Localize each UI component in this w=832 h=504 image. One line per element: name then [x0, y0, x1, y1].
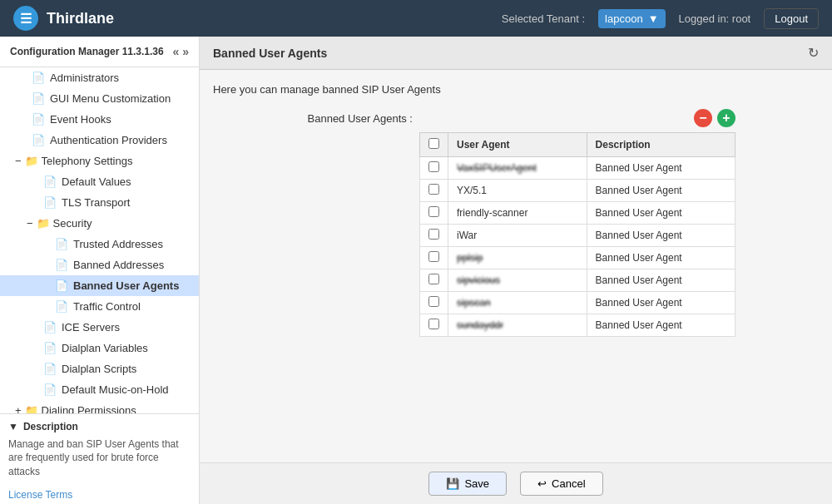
chevron-down-icon: ▼: [8, 421, 18, 432]
sidebar-item-ice-servers[interactable]: 📄 ICE Servers: [0, 317, 199, 338]
table-row: sundayddrBanned User Agent: [420, 314, 735, 337]
description-cell: Banned User Agent: [587, 202, 735, 225]
header-left: ☰ Thirdlane: [13, 6, 114, 31]
user-agent-cell: iWar: [448, 225, 587, 247]
cancel-button[interactable]: ↩ Cancel: [520, 472, 602, 496]
user-agent-cell: friendly-scanner: [448, 202, 587, 225]
sidebar-item-administrators[interactable]: 📄 Administrators: [0, 67, 199, 88]
sidebar-label: GUI Menu Customization: [50, 92, 171, 105]
description-title: Description: [23, 421, 78, 432]
cancel-label: Cancel: [552, 477, 585, 490]
sidebar-item-dialplan-variables[interactable]: 📄 Dialplan Variables: [0, 338, 199, 358]
sidebar-item-banned-user-agents[interactable]: 📄 Banned User Agents: [0, 275, 199, 296]
main-layout: Configuration Manager 11.3.1.36 « » 📄 Ad…: [0, 37, 832, 504]
page-title: Banned User Agents: [213, 47, 327, 60]
row-checkbox[interactable]: [428, 184, 439, 195]
doc-icon: 📄: [55, 279, 68, 292]
user-agent-cell: YX/5.1: [448, 180, 587, 202]
sidebar-item-auth-providers[interactable]: 📄 Authentication Providers: [0, 130, 199, 151]
sidebar-item-banned-addresses[interactable]: 📄 Banned Addresses: [0, 254, 199, 275]
remove-button[interactable]: −: [694, 109, 712, 127]
row-checkbox[interactable]: [428, 161, 439, 172]
sidebar-item-security-folder[interactable]: − 📁 Security: [0, 213, 199, 234]
folder-icon: 📁: [37, 217, 50, 230]
row-checkbox-cell[interactable]: [420, 180, 448, 202]
sidebar-label: Event Hooks: [50, 113, 111, 126]
tenant-selector[interactable]: lapcoon ▼: [598, 9, 665, 28]
description-column-header: Description: [587, 133, 735, 157]
row-checkbox[interactable]: [428, 229, 439, 240]
sidebar-label: Dialplan Variables: [62, 342, 148, 354]
sidebar-label: Traffic Control: [73, 300, 141, 313]
row-checkbox-cell[interactable]: [420, 247, 448, 269]
row-checkbox-cell[interactable]: [420, 292, 448, 314]
sidebar-item-dialplan-scripts[interactable]: 📄 Dialplan Scripts: [0, 358, 199, 379]
sidebar-item-gui-menu[interactable]: 📄 GUI Menu Customization: [0, 88, 199, 109]
tenant-value: lapcoon: [605, 12, 643, 25]
row-checkbox[interactable]: [428, 296, 439, 307]
row-checkbox-cell[interactable]: [420, 269, 448, 292]
doc-icon: 📄: [32, 113, 45, 126]
content-description: Here you can manage banned SIP User Agen…: [213, 83, 819, 96]
sidebar-item-dialing-permissions[interactable]: + 📁 Dialing Permissions: [0, 400, 199, 413]
expand-icon[interactable]: »: [182, 45, 189, 58]
plus-icon: +: [15, 404, 22, 413]
app-header: ☰ Thirdlane Selected Tenant : lapcoon ▼ …: [0, 0, 832, 37]
row-checkbox-cell[interactable]: [420, 314, 448, 337]
license-link[interactable]: License Terms: [0, 486, 199, 504]
doc-icon: 📄: [32, 92, 45, 105]
doc-icon: 📄: [43, 321, 57, 334]
table-row: pplsipBanned User Agent: [420, 247, 735, 269]
user-agent-cell: sipscan: [448, 292, 587, 314]
sidebar-item-default-music[interactable]: 📄 Default Music-on-Hold: [0, 379, 199, 400]
row-checkbox[interactable]: [428, 251, 439, 262]
table-header-row: User Agent Description: [420, 133, 735, 157]
user-agent-column-header: User Agent: [448, 133, 587, 157]
doc-icon: 📄: [43, 175, 57, 188]
row-checkbox-cell[interactable]: [420, 202, 448, 225]
save-button[interactable]: 💾 Save: [428, 472, 507, 496]
description-panel: ▼ Description Manage and ban SIP User Ag…: [0, 413, 199, 486]
header-right: Selected Tenant : lapcoon ▼ Logged in: r…: [502, 8, 819, 29]
row-checkbox-cell[interactable]: [420, 225, 448, 247]
select-all-checkbox[interactable]: [428, 138, 439, 149]
logout-button[interactable]: Logout: [764, 8, 819, 29]
user-agent-cell: sundayddr: [448, 314, 587, 337]
table-row: friendly-scannerBanned User Agent: [420, 202, 735, 225]
sidebar-label: Security: [53, 217, 92, 230]
table-actions: − +: [419, 109, 735, 127]
minus-icon: −: [27, 217, 33, 230]
sidebar-item-traffic-control[interactable]: 📄 Traffic Control: [0, 296, 199, 317]
menu-icon[interactable]: ☰: [13, 6, 38, 31]
sidebar-item-tls-transport[interactable]: 📄 TLS Transport: [0, 192, 199, 213]
add-button[interactable]: +: [717, 109, 735, 127]
table-row: YX/5.1Banned User Agent: [420, 180, 735, 202]
refresh-icon[interactable]: ↻: [808, 45, 819, 61]
app-name: Thirdlane: [47, 10, 114, 27]
doc-icon: 📄: [55, 259, 68, 271]
description-cell: Banned User Agent: [587, 180, 735, 202]
description-cell: Banned User Agent: [587, 292, 735, 314]
row-checkbox-cell[interactable]: [420, 157, 448, 180]
logged-in-text: Logged in: root: [679, 12, 751, 25]
sidebar-item-telephony-folder[interactable]: − 📁 Telephony Settings: [0, 151, 199, 171]
sidebar-item-default-values[interactable]: 📄 Default Values: [0, 171, 199, 192]
collapse-icon[interactable]: «: [172, 45, 179, 58]
user-agent-cell: sipvicious: [448, 269, 587, 292]
sidebar-item-event-hooks[interactable]: 📄 Event Hooks: [0, 109, 199, 130]
doc-icon: 📄: [43, 383, 57, 396]
doc-icon: 📄: [55, 300, 68, 313]
description-cell: Banned User Agent: [587, 314, 735, 337]
doc-icon: 📄: [43, 342, 57, 354]
row-checkbox[interactable]: [428, 206, 439, 217]
sidebar-item-trusted-addresses[interactable]: 📄 Trusted Addresses: [0, 234, 199, 254]
save-label: Save: [464, 477, 489, 490]
sidebar-label: ICE Servers: [62, 321, 120, 334]
row-checkbox[interactable]: [428, 274, 439, 284]
description-text: Manage and ban SIP User Agents that are …: [8, 437, 191, 479]
select-all-header[interactable]: [420, 133, 448, 157]
row-checkbox[interactable]: [428, 319, 439, 329]
minus-icon: −: [15, 155, 22, 167]
description-cell: Banned User Agent: [587, 157, 735, 180]
description-toggle[interactable]: ▼ Description: [8, 421, 191, 432]
